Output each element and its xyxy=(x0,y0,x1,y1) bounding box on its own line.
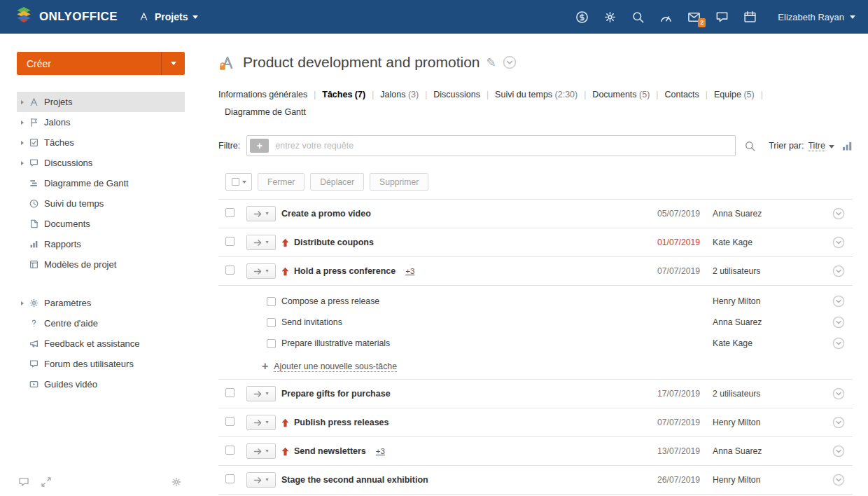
sidebar-settings-icon[interactable] xyxy=(171,476,182,488)
collapse-sidebar-icon[interactable] xyxy=(41,476,52,488)
search-icon[interactable] xyxy=(631,11,645,24)
sidebar-item-diagramme-de-gantt[interactable]: Diagramme de Gantt xyxy=(17,173,185,193)
tab-contacts[interactable]: Contacts xyxy=(664,90,699,99)
sidebar-item-forum-des-utilisateurs[interactable]: Forum des utilisateurs xyxy=(17,354,185,374)
task-actions-menu-button[interactable] xyxy=(832,265,845,277)
task-checkbox[interactable] xyxy=(225,474,234,483)
subtask-title-link[interactable]: Send invitations xyxy=(281,317,342,327)
task-checkbox[interactable] xyxy=(225,417,234,426)
task-status-button[interactable]: ▾ xyxy=(246,472,276,488)
select-all-dropdown[interactable] xyxy=(225,173,252,191)
user-menu[interactable]: Elizabeth Rayan xyxy=(778,12,855,22)
subtask-assignee-link[interactable]: Anna Suarez xyxy=(713,317,825,327)
task-checkbox[interactable] xyxy=(225,446,234,455)
task-title-link[interactable]: Prepare gifts for purchase xyxy=(281,389,391,399)
task-assignee-link[interactable]: 2 utilisateurs xyxy=(713,389,825,399)
task-assignee-link[interactable]: Anna Suarez xyxy=(713,209,825,219)
task-assignee-link[interactable]: Henry Milton xyxy=(713,418,825,427)
talk-icon[interactable] xyxy=(715,11,729,24)
sidebar-item-centre-d-aide[interactable]: Centre d'aide xyxy=(17,313,185,333)
task-title-link[interactable]: Create a promo video xyxy=(281,209,371,219)
sort-order-icon[interactable] xyxy=(842,142,853,151)
sidebar-item-projets[interactable]: Projets xyxy=(17,92,185,112)
task-checkbox[interactable] xyxy=(225,388,234,397)
edit-project-icon[interactable]: ✎ xyxy=(486,57,496,69)
subtask-checkbox[interactable] xyxy=(267,339,276,348)
deplacer-button[interactable]: Déplacer xyxy=(310,173,364,191)
task-actions-menu-button[interactable] xyxy=(832,445,845,457)
tab-taches[interactable]: Tâches (7) xyxy=(322,90,365,99)
more-subtasks-link[interactable]: +3 xyxy=(376,447,385,455)
task-title-link[interactable]: Publish press releases xyxy=(294,418,389,427)
task-status-button[interactable]: ▾ xyxy=(246,263,276,279)
sidebar-item-parametres[interactable]: Paramètres xyxy=(17,293,185,313)
private-project-icon xyxy=(218,53,237,71)
task-checkbox[interactable] xyxy=(225,208,234,217)
task-checkbox[interactable] xyxy=(225,266,234,275)
sidebar-item-discussions[interactable]: Discussions xyxy=(17,153,185,173)
subtask-checkbox[interactable] xyxy=(267,318,276,327)
task-actions-menu-button[interactable] xyxy=(832,474,845,486)
subtask-assignee-link[interactable]: Kate Kage xyxy=(713,338,825,348)
task-actions-menu-button[interactable] xyxy=(832,207,845,220)
task-status-button[interactable]: ▾ xyxy=(246,443,276,459)
task-assignee-link[interactable]: 2 utilisateurs xyxy=(713,266,825,276)
create-dropdown-zone[interactable] xyxy=(161,52,185,75)
tab-informations-generales[interactable]: Informations générales xyxy=(218,90,307,99)
mail-icon[interactable]: 2 xyxy=(687,11,701,24)
task-actions-menu-button[interactable] xyxy=(832,236,845,249)
tab-jalons[interactable]: Jalons (3) xyxy=(380,90,419,99)
task-status-button[interactable]: ▾ xyxy=(246,386,276,401)
sidebar-item-taches[interactable]: Tâches xyxy=(17,132,185,153)
task-status-button[interactable]: ▾ xyxy=(246,415,276,430)
add-filter-button[interactable]: + xyxy=(250,139,269,153)
sidebar-item-rapports[interactable]: Rapports xyxy=(17,234,185,254)
subtask-assignee-link[interactable]: Henry Milton xyxy=(713,296,825,306)
tab-documents[interactable]: Documents (5) xyxy=(592,90,650,99)
task-title-link[interactable]: Send newsletters xyxy=(294,446,366,456)
tab-suivi-du-temps[interactable]: Suivi du temps (2:30) xyxy=(495,90,578,99)
task-actions-menu-button[interactable] xyxy=(832,416,845,429)
task-title-link[interactable]: Stage the second annual exhibition xyxy=(281,475,428,485)
subtask-title-link[interactable]: Compose a press release xyxy=(281,296,379,306)
filter-search-input[interactable] xyxy=(274,140,735,151)
sort-value-link[interactable]: Titre xyxy=(808,141,825,151)
task-status-button[interactable]: ▾ xyxy=(246,206,276,221)
sidebar-item-jalons[interactable]: Jalons xyxy=(17,112,185,132)
calendar-icon[interactable] xyxy=(743,11,757,24)
sidebar-item-documents[interactable]: Documents xyxy=(17,214,185,234)
task-assignee-link[interactable]: Kate Kage xyxy=(713,237,825,247)
task-checkbox[interactable] xyxy=(225,237,234,246)
subtask-actions-menu-button[interactable] xyxy=(832,316,845,329)
sidebar-item-feedback-et-assistance[interactable]: Feedback et assistance xyxy=(17,333,185,354)
task-title-link[interactable]: Distribute coupons xyxy=(294,237,374,247)
task-assignee-link[interactable]: Henry Milton xyxy=(713,475,825,485)
support-chat-icon[interactable] xyxy=(18,476,29,488)
onlyoffice-logo[interactable]: ONLYOFFICE xyxy=(14,6,118,28)
more-subtasks-link[interactable]: +3 xyxy=(405,267,414,275)
search-icon[interactable] xyxy=(744,140,756,152)
project-actions-menu-button[interactable] xyxy=(503,55,517,69)
subtask-checkbox[interactable] xyxy=(267,297,276,306)
fermer-button[interactable]: Fermer xyxy=(258,173,304,191)
tab-diagramme-de-gantt[interactable]: Diagramme de Gantt xyxy=(225,107,306,117)
supprimer-button[interactable]: Supprimer xyxy=(370,173,428,191)
sidebar-item-suivi-du-temps[interactable]: Suivi du temps xyxy=(17,193,185,214)
task-title-link[interactable]: Hold a press conference xyxy=(294,266,396,276)
subtask-actions-menu-button[interactable] xyxy=(832,337,845,350)
tab-equipe[interactable]: Equipe (5) xyxy=(714,90,755,99)
sidebar-item-modeles-de-projet[interactable]: Modèles de projet xyxy=(17,254,185,275)
module-switcher[interactable]: Projets xyxy=(139,11,198,22)
add-subtask-link[interactable]: Ajouter une nouvelle sous-tâche xyxy=(274,361,397,372)
task-status-button[interactable]: ▾ xyxy=(246,235,276,250)
task-actions-menu-button[interactable] xyxy=(832,387,845,400)
subtask-title-link[interactable]: Prepare illustrative materials xyxy=(281,338,390,348)
settings-icon[interactable] xyxy=(603,11,617,24)
tab-discussions[interactable]: Discussions xyxy=(433,90,480,99)
feed-icon[interactable] xyxy=(659,11,673,24)
sidebar-item-guides-video[interactable]: Guides vidéo xyxy=(17,374,185,394)
payments-icon[interactable] xyxy=(575,11,589,24)
subtask-actions-menu-button[interactable] xyxy=(832,295,845,308)
create-button[interactable]: Créer xyxy=(17,52,185,75)
task-assignee-link[interactable]: Anna Suarez xyxy=(713,446,825,456)
